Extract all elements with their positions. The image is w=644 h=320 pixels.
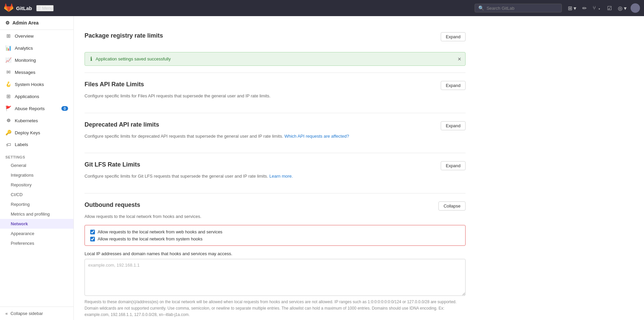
package-registry-expand-button[interactable]: Expand [441,32,466,41]
main-content: Package registry rate limits Expand ℹ Ap… [74,16,644,320]
package-registry-title: Package registry rate limits [85,32,163,39]
sidebar-item-labels[interactable]: 🏷 Labels [0,139,73,150]
files-api-title: Files API Rate Limits [85,81,144,88]
overview-icon: ⊞ [5,33,11,39]
merge-requests-button[interactable]: ⑂ ▾ [591,3,603,13]
sidebar-item-deploy-keys[interactable]: 🔑 Deploy Keys [0,127,73,139]
success-message: Application settings saved successfully [96,56,171,61]
git-lfs-expand-button[interactable]: Expand [441,161,466,170]
deprecated-api-expand-button[interactable]: Expand [441,121,466,130]
outbound-title: Outbound requests [85,201,140,209]
sidebar-item-appearance[interactable]: Appearance [0,229,73,238]
code-suggestions-button[interactable]: ✏ [580,3,589,13]
analytics-icon: 📊 [5,45,11,51]
package-registry-section: Package registry rate limits Expand [85,24,466,52]
checkbox-row-system-hooks: Allow requests to the local network from… [90,236,460,241]
sidebar-item-kubernetes[interactable]: ☸ Kubernetes [0,115,73,127]
info-icon: ℹ [90,56,92,62]
git-lfs-desc: Configure specific limits for Git LFS re… [85,173,466,180]
deprecated-api-section: Deprecated API rate limits Expand Config… [85,113,466,153]
allow-webhooks-label: Allow requests to the local network from… [98,229,222,234]
labels-icon: 🏷 [5,142,11,147]
search-box[interactable]: 🔍 [475,4,562,12]
collapse-sidebar-button[interactable]: « Collapse sidebar [0,307,73,320]
abuse-reports-badge: 0 [61,106,68,111]
menu-label: Menu [42,6,53,11]
checkbox-row-webhooks: Allow requests to the local network from… [90,229,460,234]
sidebar-item-overview[interactable]: ⊞ Overview [0,30,73,42]
admin-icon: ⚙ [5,20,10,26]
sidebar-item-monitoring[interactable]: 📈 Monitoring [0,54,73,66]
sidebar-item-applications[interactable]: ⊞ Applications [0,90,73,102]
sidebar-item-general[interactable]: General [0,161,73,170]
messages-icon: ✉ [5,69,11,75]
search-icon: 🔍 [478,5,484,11]
collapse-icon: « [5,311,8,316]
topnav: GitLab ☰ Menu 🔍 ⊞ ▾ ✏ ⑂ ▾ ☑ ◎ ▾ [0,0,644,16]
git-lfs-section: Git LFS Rate Limits Expand Configure spe… [85,153,466,193]
activity-button[interactable]: ◎ ▾ [616,3,629,13]
menu-button[interactable]: ☰ Menu [36,5,54,11]
sidebar-item-integrations[interactable]: Integrations [0,170,73,180]
sidebar-item-metrics[interactable]: Metrics and profiling [0,209,73,219]
sidebar-item-analytics[interactable]: 📊 Analytics [0,42,73,54]
deprecated-api-title: Deprecated API rate limits [85,121,159,128]
settings-section-label: Settings [0,150,73,161]
hamburger-icon: ☰ [37,6,41,11]
monitoring-icon: 📈 [5,57,11,63]
sidebar-item-reporting[interactable]: Reporting [0,199,73,209]
outbound-collapse-button[interactable]: Collapse [438,201,466,211]
files-api-desc: Configure specific limits for Files API … [85,93,466,99]
applications-icon: ⊞ [5,93,11,99]
deploy-keys-icon: 🔑 [5,130,11,136]
outbound-section: Outbound requests Collapse Allow request… [85,193,466,320]
system-hooks-icon: 🪝 [5,81,11,87]
sidebar-item-abuse-reports[interactable]: 🚩 Abuse Reports 0 [0,102,73,115]
new-item-button[interactable]: ⊞ ▾ [566,3,578,13]
close-banner-button[interactable]: × [458,55,461,62]
allow-system-hooks-checkbox[interactable] [90,237,95,241]
search-input[interactable] [487,6,558,11]
deprecated-api-link[interactable]: Which API requests are affected? [284,134,349,139]
sidebar-item-system-hooks[interactable]: 🪝 System Hooks [0,78,73,90]
success-banner: ℹ Application settings saved successfull… [85,52,466,66]
deprecated-api-desc: Configure specific limits for deprecated… [85,133,466,140]
allow-system-hooks-label: Allow requests to the local network from… [98,236,203,241]
kubernetes-icon: ☸ [5,118,11,124]
gitlab-logo: GitLab [4,3,32,13]
local-ip-label: Local IP addresses and domain names that… [85,251,466,256]
outbound-desc: Allow requests to the local network from… [85,213,466,220]
local-ip-textarea[interactable] [85,259,466,296]
abuse-reports-icon: 🚩 [5,105,11,111]
gitlab-logo-text: GitLab [16,5,32,11]
topnav-icons: ⊞ ▾ ✏ ⑂ ▾ ☑ ◎ ▾ [566,3,640,13]
sidebar-item-messages[interactable]: ✉ Messages [0,66,73,78]
files-api-expand-button[interactable]: Expand [441,81,466,90]
sidebar-item-cicd[interactable]: CI/CD [0,190,73,199]
git-lfs-link[interactable]: Learn more. [269,174,293,179]
ip-hint: Requests to these domain(s)/address(es) … [85,299,466,318]
allow-webhooks-checkbox[interactable] [90,230,95,234]
files-api-section: Files API Rate Limits Expand Configure s… [85,73,466,113]
issues-button[interactable]: ☑ [605,3,614,13]
git-lfs-title: Git LFS Rate Limits [85,161,140,168]
sidebar-item-network[interactable]: Network [0,219,73,229]
sidebar-item-repository[interactable]: Repository [0,180,73,190]
sidebar-item-preferences[interactable]: Preferences [0,238,73,248]
sidebar-admin-area-label: ⚙ Admin Area [0,16,73,30]
user-avatar-button[interactable] [631,3,640,13]
outbound-checkboxes-box: Allow requests to the local network from… [85,225,466,246]
sidebar: ⚙ Admin Area ⊞ Overview 📊 Analytics 📈 Mo… [0,16,74,320]
